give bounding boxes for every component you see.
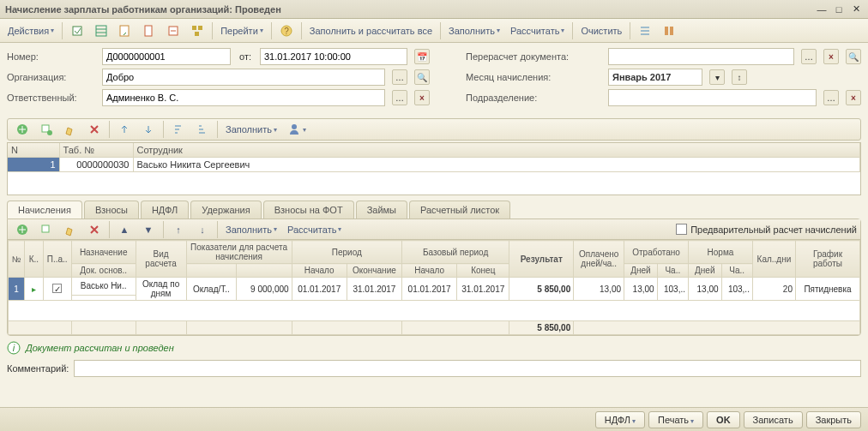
calendar-button[interactable]: 📅 [414,49,430,64]
save-button[interactable]: Записать [744,411,803,428]
fill-menu[interactable]: Заполнить [444,21,504,40]
report-icon [142,24,156,38]
user-menu[interactable] [283,120,310,139]
grid-up-button[interactable]: ▲ [113,220,136,239]
date-input[interactable] [260,48,407,65]
grid-empty-row [9,301,860,321]
sort-desc-button[interactable] [191,120,214,139]
month-drop-button[interactable]: ▾ [709,69,725,85]
help-button[interactable]: ? [275,21,298,40]
sub-fill-menu[interactable]: Заполнить [221,120,281,139]
table-row[interactable]: 1 0000000030 Васько Никита Сергеевич [8,158,860,172]
month-step-button[interactable]: ↕ [732,69,747,85]
main-toolbar: Действия Перейти ? Заполнить и рассчитат… [0,19,868,43]
print-button[interactable]: Печать [648,411,703,428]
svg-rect-1 [96,26,106,36]
dept-clear-button[interactable]: × [846,90,861,105]
report-button[interactable] [138,21,160,40]
grid-fill-menu[interactable]: Заполнить [221,220,281,239]
col-n[interactable]: N [8,143,59,158]
resp-input[interactable] [102,89,385,106]
ndfl-button[interactable]: НДФЛ [595,411,645,428]
col-emp[interactable]: Сотрудник [133,143,860,158]
close-icon[interactable]: ✕ [849,3,863,16]
pencil-icon [63,223,77,236]
up-button[interactable] [113,120,136,139]
month-selector[interactable]: Январь 2017 [608,69,702,86]
calculate-menu[interactable]: Рассчитать [506,21,569,40]
table-button[interactable] [90,21,112,40]
svg-rect-22 [42,225,49,232]
from-label: от: [239,51,251,62]
goto-menu[interactable]: Перейти [216,21,268,40]
window-title: Начисление зарплаты работникам организац… [5,4,811,15]
grid-edit-button[interactable] [59,220,81,239]
grid-sort-desc-button[interactable]: ↓ [191,220,214,239]
tab-body: ▲ ▼ ↑ ↓ Заполнить Рассчитать Предварител… [7,218,861,336]
sort-desc-icon [196,123,209,136]
actions-menu[interactable]: Действия [3,21,58,40]
recalc-lookup-button[interactable]: 🔍 [846,49,861,64]
grid-add-button[interactable] [11,220,33,239]
minimize-icon[interactable]: — [815,3,829,16]
comment-row: Комментарий: [7,360,861,377]
attach-icon [166,24,180,38]
copy-plus-icon [39,223,53,236]
number-input[interactable] [102,48,231,65]
tab-contrib[interactable]: Взносы [84,201,139,218]
arrow-up-icon: ▲ [118,223,131,236]
struct-button[interactable] [186,21,208,40]
resp-dots-button[interactable]: … [392,90,407,105]
down-button[interactable] [137,120,160,139]
tab-fot[interactable]: Взносы на ФОТ [263,201,354,218]
add-copy-button[interactable] [35,120,57,139]
dept-dots-button[interactable]: … [823,90,839,105]
titlebar: Начисление зарплаты работникам организац… [0,0,868,19]
settings-button[interactable] [658,21,680,40]
tab-ndfl[interactable]: НДФЛ [141,201,189,218]
grid-calc-menu[interactable]: Рассчитать [283,220,346,239]
list-button[interactable] [634,21,656,40]
maximize-icon[interactable]: □ [832,3,846,16]
ok-button[interactable]: OK [707,411,740,428]
magnifier-icon: 🔍 [417,73,427,82]
tab-deduct[interactable]: Удержания [190,201,261,218]
list-icon [638,24,652,38]
edit-button[interactable] [59,120,81,139]
org-dots-button[interactable]: … [392,69,407,85]
svg-rect-7 [192,26,196,30]
attach-button[interactable] [162,21,184,40]
recalc-input[interactable] [608,48,794,65]
tab-accruals[interactable]: Начисления [7,201,82,218]
recalc-clear-button[interactable]: × [823,49,839,64]
grid-total-row: 5 850,00 [9,321,860,335]
fill-calc-all-button[interactable]: Заполнить и рассчитать все [305,21,437,40]
close-button[interactable]: Закрыть [806,411,861,428]
tab-payslip[interactable]: Расчетный листок [409,201,510,218]
grid-row[interactable]: 1 ▸ ✓ Васько Ни.. Оклад по дням Оклад/Т.… [9,278,860,296]
org-lookup-button[interactable]: 🔍 [414,69,430,85]
refresh-button[interactable] [66,21,88,40]
resp-clear-button[interactable]: × [414,90,430,105]
post-button[interactable] [114,21,136,40]
grid-down-button[interactable]: ▼ [137,220,160,239]
grid-copy-button[interactable] [35,220,57,239]
col-tab[interactable]: Таб. № [59,143,133,158]
dept-input[interactable] [608,89,817,106]
plus-icon [15,123,29,136]
delete-button[interactable] [83,120,105,139]
tab-loans[interactable]: Займы [356,201,407,218]
org-input[interactable] [102,69,385,86]
tab-bar: Начисления Взносы НДФЛ Удержания Взносы … [7,201,861,218]
sort-asc-button[interactable] [167,120,190,139]
add-button[interactable] [11,120,33,139]
recalc-dots-button[interactable]: … [801,49,817,64]
pencil-icon [63,123,77,136]
preview-checkbox[interactable]: Предварительный расчет начислений [676,224,857,235]
grid-delete-button[interactable] [83,220,105,239]
clear-button[interactable]: Очистить [576,21,626,40]
grid-sort-asc-button[interactable]: ↑ [167,220,190,239]
struct-icon [190,24,204,38]
comment-input[interactable] [74,360,861,377]
svg-text:?: ? [284,27,289,36]
